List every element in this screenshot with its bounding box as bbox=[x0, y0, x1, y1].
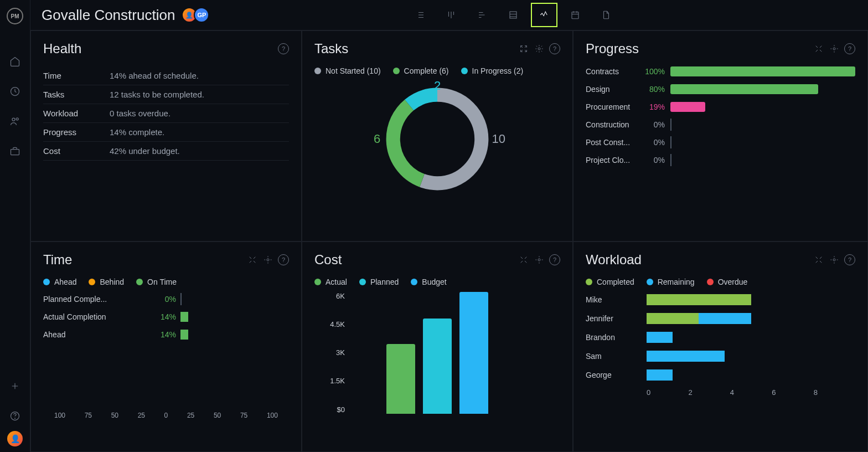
expand-icon[interactable] bbox=[518, 43, 529, 54]
legend-label: In Progress (2) bbox=[472, 66, 524, 75]
axis-label: 2 bbox=[688, 388, 730, 397]
help-icon[interactable]: ? bbox=[549, 43, 560, 54]
progress-pct: 0% bbox=[638, 120, 665, 129]
home-icon[interactable] bbox=[7, 53, 23, 70]
panel-title: Workload bbox=[586, 252, 642, 268]
help-icon[interactable] bbox=[7, 408, 23, 424]
dashboard-view-icon[interactable] bbox=[531, 3, 557, 27]
legend-item: Completed bbox=[586, 278, 634, 286]
help-icon[interactable]: ? bbox=[844, 254, 855, 265]
gear-icon[interactable] bbox=[534, 43, 545, 54]
legend-dot bbox=[314, 279, 321, 285]
help-icon[interactable]: ? bbox=[278, 43, 289, 54]
legend-item: Not Started (10) bbox=[314, 66, 381, 75]
time-row: Planned Comple... 0% bbox=[43, 294, 289, 304]
gear-icon[interactable] bbox=[262, 254, 273, 265]
progress-bar bbox=[670, 120, 855, 130]
workload-label: Mike bbox=[586, 295, 647, 304]
panel-title: Health bbox=[43, 41, 81, 56]
gantt-view-icon[interactable] bbox=[469, 3, 495, 27]
legend-item: Remaining bbox=[647, 278, 695, 286]
axis-label: 75 bbox=[85, 412, 92, 419]
expand-icon[interactable] bbox=[813, 254, 824, 265]
svg-point-1 bbox=[12, 118, 15, 121]
users-icon[interactable] bbox=[7, 113, 23, 130]
panel-cost: Cost ? ActualPlannedBudget 6K4.5K3K1.5K$… bbox=[302, 242, 573, 453]
gear-icon[interactable] bbox=[829, 43, 840, 54]
app-logo[interactable]: PM bbox=[7, 8, 23, 24]
axis-label: 100 bbox=[267, 412, 278, 419]
svg-point-2 bbox=[16, 118, 18, 120]
board-view-icon[interactable] bbox=[438, 3, 464, 27]
legend-label: Behind bbox=[100, 278, 124, 286]
axis-label: 50 bbox=[111, 412, 118, 419]
panel-title: Time bbox=[43, 252, 72, 268]
progress-pct: 19% bbox=[638, 102, 665, 111]
panel-tasks: Tasks ? Not Started (10)Complete (6)In P… bbox=[302, 30, 573, 242]
legend-label: Budget bbox=[422, 278, 446, 286]
time-pct: 0% bbox=[148, 295, 176, 304]
health-value: 42% under budget. bbox=[110, 146, 180, 156]
briefcase-icon[interactable] bbox=[7, 143, 23, 160]
workload-row: George bbox=[586, 369, 855, 381]
progress-bar bbox=[670, 66, 855, 76]
panel-time: Time ? AheadBehindOn Time Planned Comple… bbox=[30, 242, 302, 453]
health-row: Tasks 12 tasks to be completed. bbox=[43, 85, 289, 104]
svg-rect-6 bbox=[510, 12, 516, 18]
progress-bar bbox=[670, 84, 855, 94]
progress-row: Design 80% bbox=[586, 84, 855, 94]
legend-label: Remaining bbox=[658, 278, 695, 286]
health-value: 14% complete. bbox=[110, 127, 164, 137]
help-icon[interactable]: ? bbox=[278, 254, 289, 265]
progress-label: Contracts bbox=[586, 67, 638, 76]
legend-item: In Progress (2) bbox=[461, 66, 524, 75]
calendar-view-icon[interactable] bbox=[562, 3, 588, 27]
workload-bar bbox=[647, 351, 855, 362]
axis-label: 6 bbox=[772, 388, 813, 397]
expand-icon[interactable] bbox=[247, 254, 258, 265]
user-avatar[interactable]: 👤 bbox=[7, 431, 23, 446]
svg-rect-7 bbox=[572, 12, 578, 19]
legend-label: Overdue bbox=[718, 278, 748, 286]
time-track bbox=[180, 312, 289, 322]
legend-dot bbox=[359, 279, 366, 285]
axis-label: 0 bbox=[647, 388, 688, 397]
svg-point-13 bbox=[267, 259, 269, 261]
gear-icon[interactable] bbox=[829, 254, 840, 265]
time-track bbox=[180, 294, 289, 304]
axis-label: 4 bbox=[730, 388, 772, 397]
legend-label: Planned bbox=[370, 278, 399, 286]
axis-label: 8 bbox=[814, 388, 855, 397]
expand-icon[interactable] bbox=[813, 43, 824, 54]
clock-icon[interactable] bbox=[7, 83, 23, 100]
legend-dot bbox=[393, 68, 400, 74]
axis-label: 1.5K bbox=[314, 377, 345, 385]
panel-workload: Workload ? CompletedRemainingOverdue Mik… bbox=[573, 242, 868, 453]
plus-icon[interactable] bbox=[7, 378, 23, 394]
progress-row: Construction 0% bbox=[586, 120, 855, 130]
legend-label: Complete (6) bbox=[404, 66, 449, 75]
member-avatars[interactable]: 👤 GP bbox=[185, 7, 209, 23]
legend-dot bbox=[461, 68, 468, 74]
progress-row: Post Const... 0% bbox=[586, 137, 855, 147]
avatar[interactable]: GP bbox=[194, 7, 209, 23]
time-pct: 14% bbox=[148, 312, 176, 321]
table-view-icon[interactable] bbox=[500, 3, 526, 27]
expand-icon[interactable] bbox=[518, 254, 529, 265]
donut-label: 6 bbox=[374, 132, 380, 146]
legend-dot bbox=[314, 68, 321, 74]
list-view-icon[interactable] bbox=[407, 3, 433, 27]
legend-item: Actual bbox=[314, 278, 347, 286]
gear-icon[interactable] bbox=[534, 254, 545, 265]
legend-label: Actual bbox=[326, 278, 347, 286]
progress-label: Project Clo... bbox=[586, 156, 638, 165]
help-icon[interactable]: ? bbox=[549, 254, 560, 265]
help-icon[interactable]: ? bbox=[844, 43, 855, 54]
legend-item: Complete (6) bbox=[393, 66, 449, 75]
workload-row: Mike bbox=[586, 294, 855, 305]
files-view-icon[interactable] bbox=[593, 3, 619, 27]
health-label: Time bbox=[43, 71, 110, 80]
workload-label: Jennifer bbox=[586, 314, 647, 323]
health-label: Tasks bbox=[43, 90, 110, 99]
axis-label: 25 bbox=[138, 412, 145, 419]
